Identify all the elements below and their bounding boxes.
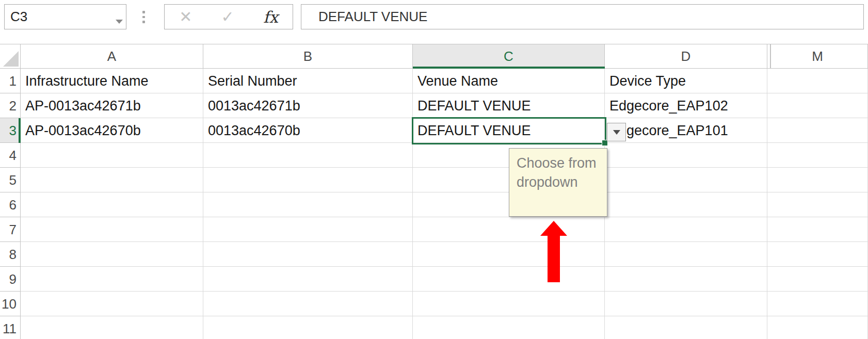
cell-M8[interactable]	[767, 242, 868, 267]
cell-B3[interactable]: 0013ac42670b	[203, 118, 413, 143]
cell-M4[interactable]	[767, 143, 868, 168]
excel-window: C3 ✕ ✓ fx DEFAULT VENUE ABCDM1Infrastruc…	[0, 0, 868, 339]
cell-D4[interactable]	[605, 143, 767, 168]
cell-B5[interactable]	[203, 168, 413, 192]
data-validation-dropdown-button[interactable]	[607, 123, 626, 141]
cell-D7[interactable]	[605, 217, 767, 242]
cell-B6[interactable]	[203, 192, 413, 217]
cell-D11[interactable]	[605, 316, 767, 339]
row-header-3[interactable]: 3	[0, 118, 21, 143]
row-header-2[interactable]: 2	[0, 93, 21, 118]
formula-bar-input[interactable]: DEFAULT VENUE	[301, 4, 864, 29]
row-header-6[interactable]: 6	[0, 192, 21, 217]
cell-B1[interactable]: Serial Number	[203, 69, 413, 93]
chevron-down-icon	[613, 130, 620, 135]
cell-M1[interactable]	[767, 69, 868, 93]
cell-A8[interactable]	[21, 242, 203, 267]
row-header-11[interactable]: 11	[0, 316, 21, 339]
insert-function-button[interactable]: fx	[263, 8, 278, 26]
cell-B11[interactable]	[203, 316, 413, 339]
cell-C9[interactable]	[413, 267, 605, 292]
cell-D3[interactable]: Edgecore_EAP101	[605, 118, 767, 143]
row-header-10[interactable]: 10	[0, 292, 21, 316]
name-box-value: C3	[10, 9, 27, 25]
formula-button-group: ✕ ✓ fx	[164, 4, 293, 29]
cell-A3[interactable]: AP-0013ac42670b	[21, 118, 203, 143]
cell-B2[interactable]: 0013ac42671b	[203, 93, 413, 118]
cell-A10[interactable]	[21, 292, 203, 316]
formula-bar-value: DEFAULT VENUE	[318, 9, 427, 25]
cell-C10[interactable]	[413, 292, 605, 316]
enter-button[interactable]: ✓	[221, 9, 234, 25]
cell-M11[interactable]	[767, 316, 868, 339]
cell-D10[interactable]	[605, 292, 767, 316]
cell-D9[interactable]	[605, 267, 767, 292]
cell-C8[interactable]	[413, 242, 605, 267]
cell-D2[interactable]: Edgecore_EAP102	[605, 93, 767, 118]
column-header-A[interactable]: A	[21, 44, 203, 69]
cell-M3[interactable]	[767, 118, 868, 143]
row-header-4[interactable]: 4	[0, 143, 21, 168]
cell-B10[interactable]	[203, 292, 413, 316]
cell-C2[interactable]: DEFAULT VENUE	[413, 93, 605, 118]
cell-A7[interactable]	[21, 217, 203, 242]
cell-D6[interactable]	[605, 192, 767, 217]
cell-M9[interactable]	[767, 267, 868, 292]
cell-D8[interactable]	[605, 242, 767, 267]
cell-A1[interactable]: Infrastructure Name	[21, 69, 203, 93]
row-header-9[interactable]: 9	[0, 267, 21, 292]
cell-A5[interactable]	[21, 168, 203, 192]
hidden-columns-divider	[770, 44, 771, 69]
cell-D1[interactable]: Device Type	[605, 69, 767, 93]
select-all-triangle-icon	[3, 51, 19, 67]
cell-D5[interactable]	[605, 168, 767, 192]
cell-A6[interactable]	[21, 192, 203, 217]
cell-M5[interactable]	[767, 168, 868, 192]
cell-M2[interactable]	[767, 93, 868, 118]
row-header-8[interactable]: 8	[0, 242, 21, 267]
cell-A4[interactable]	[21, 143, 203, 168]
cell-M7[interactable]	[767, 217, 868, 242]
name-box-dropdown-icon[interactable]	[116, 20, 123, 24]
cell-A9[interactable]	[21, 267, 203, 292]
red-arrow-head-icon	[540, 221, 567, 236]
cell-M6[interactable]	[767, 192, 868, 217]
column-header-C[interactable]: C	[413, 44, 605, 69]
selected-column-underline	[413, 67, 605, 69]
name-box[interactable]: C3	[4, 4, 126, 29]
row-header-7[interactable]: 7	[0, 217, 21, 242]
cell-B9[interactable]	[203, 267, 413, 292]
cell-B8[interactable]	[203, 242, 413, 267]
cell-C11[interactable]	[413, 316, 605, 339]
cell-A2[interactable]: AP-0013ac42671b	[21, 93, 203, 118]
cell-B7[interactable]	[203, 217, 413, 242]
formula-bar-drag-handle[interactable]	[142, 11, 145, 23]
cell-C7[interactable]	[413, 217, 605, 242]
cell-M10[interactable]	[767, 292, 868, 316]
red-arrow-shaft	[548, 235, 560, 282]
cell-A11[interactable]	[21, 316, 203, 339]
column-header-B[interactable]: B	[203, 44, 413, 69]
column-header-M[interactable]: M	[767, 44, 868, 69]
column-header-D[interactable]: D	[605, 44, 767, 69]
cell-C1[interactable]: Venue Name	[413, 69, 605, 93]
row-header-1[interactable]: 1	[0, 69, 21, 93]
row-header-5[interactable]: 5	[0, 168, 21, 192]
active-cell-selection-border	[412, 117, 606, 144]
validation-tooltip: Choose from dropdown	[509, 148, 607, 217]
select-all-corner[interactable]	[0, 44, 21, 69]
selected-row-edge	[19, 118, 21, 143]
cancel-button[interactable]: ✕	[179, 9, 192, 25]
cell-B4[interactable]	[203, 143, 413, 168]
